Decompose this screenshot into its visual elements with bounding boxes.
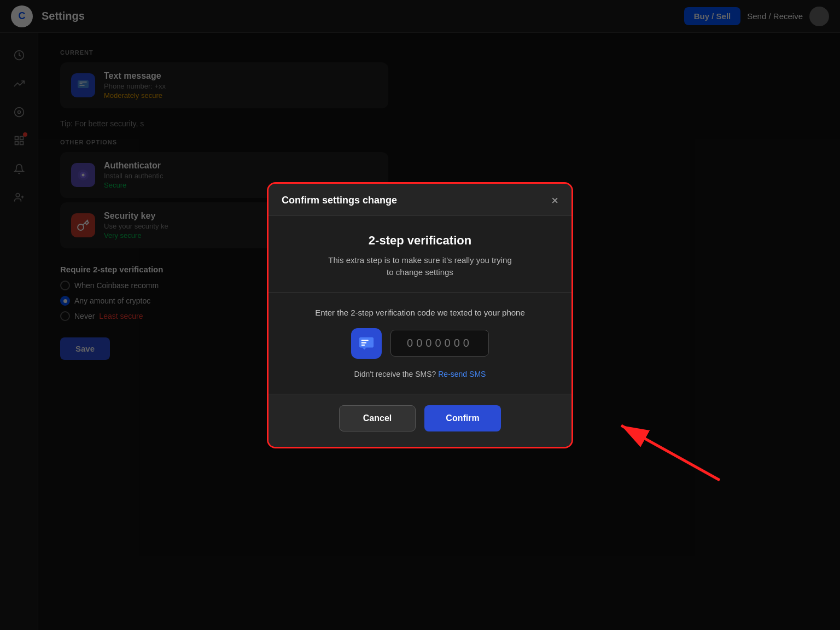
- code-prompt: Enter the 2-step verification code we te…: [282, 308, 558, 317]
- resend-sms-link[interactable]: Re-send SMS: [438, 370, 486, 378]
- two-step-title: 2-step verification: [282, 234, 558, 248]
- modal-close-button[interactable]: ×: [551, 195, 558, 207]
- modal-title: Confirm settings change: [282, 195, 397, 206]
- modal-body-top: 2-step verification This extra step is t…: [269, 216, 571, 293]
- code-row: [282, 328, 558, 359]
- svg-rect-17: [359, 337, 374, 347]
- svg-rect-19: [361, 342, 366, 343]
- modal-footer: Cancel Confirm: [269, 394, 571, 447]
- modal-header: Confirm settings change ×: [269, 184, 571, 216]
- modal-overlay: Confirm settings change × 2-step verific…: [0, 0, 840, 630]
- sms-resend-text: Didn't receive the SMS? Re-send SMS: [282, 370, 558, 378]
- verification-code-input[interactable]: [390, 330, 489, 357]
- confirm-button[interactable]: Confirm: [424, 405, 501, 431]
- two-step-description: This extra step is to make sure it's rea…: [282, 254, 558, 279]
- modal-body-bottom: Enter the 2-step verification code we te…: [269, 293, 571, 394]
- cancel-button[interactable]: Cancel: [339, 405, 416, 431]
- svg-rect-20: [361, 344, 365, 345]
- confirm-modal: Confirm settings change × 2-step verific…: [267, 182, 573, 448]
- sms-icon: [351, 328, 382, 359]
- svg-rect-18: [361, 340, 369, 341]
